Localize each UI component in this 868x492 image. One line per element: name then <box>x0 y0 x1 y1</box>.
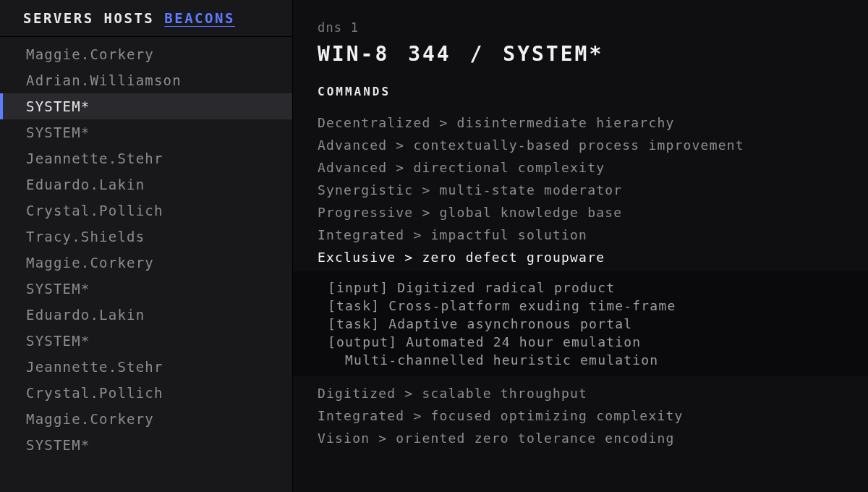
beacon-title: WIN-8 344 / SYSTEM* <box>318 42 843 66</box>
command-row[interactable]: Decentralized > disintermediate hierarch… <box>318 111 843 134</box>
tab-beacons[interactable]: BEACONS <box>164 10 235 26</box>
command-row[interactable]: Advanced > directional complexity <box>318 156 843 179</box>
command-row[interactable]: Advanced > contextually-based process im… <box>318 134 843 156</box>
command-row[interactable]: Exclusive > zero defect groupware <box>318 246 843 268</box>
sidebar: SERVERSHOSTSBEACONS Maggie.CorkeryAdrian… <box>0 0 293 492</box>
command-row[interactable]: Integrated > focused optimizing complexi… <box>318 404 843 427</box>
commands-label: COMMANDS <box>318 85 843 98</box>
command-row[interactable]: Progressive > global knowledge base <box>318 201 843 224</box>
beacon-subtitle: dns 1 <box>318 20 843 35</box>
list-item[interactable]: SYSTEM* <box>0 93 292 119</box>
list-item[interactable]: Eduardo.Lakin <box>0 171 292 198</box>
command-detail-line: [task] Cross-platform exuding time-frame <box>328 297 843 315</box>
command-row[interactable]: Synergistic > multi-state moderator <box>318 179 843 201</box>
list-item[interactable]: SYSTEM* <box>0 276 292 302</box>
list-item[interactable]: Maggie.Corkery <box>0 406 292 432</box>
list-item[interactable]: Crystal.Pollich <box>0 198 292 224</box>
command-detail-line: [output] Automated 24 hour emulation <box>328 333 843 351</box>
list-item[interactable]: Tracy.Shields <box>0 224 292 250</box>
command-list: Decentralized > disintermediate hierarch… <box>318 111 843 449</box>
command-detail-line: [input] Digitized radical product <box>328 279 843 297</box>
list-item[interactable]: Crystal.Pollich <box>0 380 292 406</box>
list-item[interactable]: Jeannette.Stehr <box>0 354 292 380</box>
list-item[interactable]: Jeannette.Stehr <box>0 145 292 171</box>
command-row[interactable]: Integrated > impactful solution <box>318 224 843 246</box>
command-row[interactable]: Vision > oriented zero tolerance encodin… <box>318 427 843 449</box>
command-detail-line: Multi-channelled heuristic emulation <box>328 351 843 369</box>
main-panel: dns 1 WIN-8 344 / SYSTEM* COMMANDS Decen… <box>293 0 868 492</box>
list-item[interactable]: Maggie.Corkery <box>0 250 292 276</box>
command-row[interactable]: Digitized > scalable throughput <box>318 382 843 404</box>
list-item[interactable]: SYSTEM* <box>0 432 292 458</box>
tab-servers[interactable]: SERVERS <box>23 10 94 26</box>
beacon-list: Maggie.CorkeryAdrian.WilliamsonSYSTEM*SY… <box>0 37 292 492</box>
tab-hosts[interactable]: HOSTS <box>104 10 155 26</box>
list-item[interactable]: Maggie.Corkery <box>0 41 292 67</box>
list-item[interactable]: Eduardo.Lakin <box>0 302 292 328</box>
list-item[interactable]: Adrian.Williamson <box>0 67 292 93</box>
command-detail-line: [task] Adaptive asynchronous portal <box>328 315 843 333</box>
command-detail: [input] Digitized radical product[task] … <box>293 271 868 376</box>
list-item[interactable]: SYSTEM* <box>0 119 292 145</box>
list-item[interactable]: SYSTEM* <box>0 328 292 354</box>
app-root: SERVERSHOSTSBEACONS Maggie.CorkeryAdrian… <box>0 0 868 492</box>
sidebar-tabs: SERVERSHOSTSBEACONS <box>0 0 292 37</box>
